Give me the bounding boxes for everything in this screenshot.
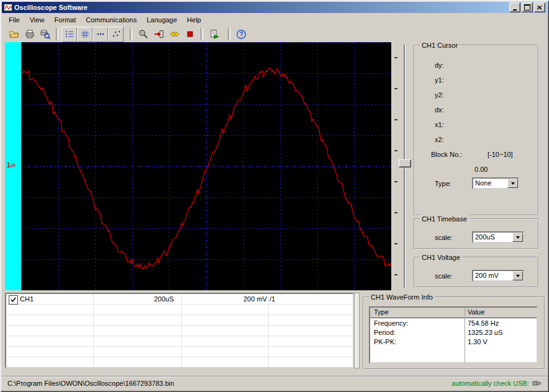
maximize-icon (524, 4, 530, 11)
slider-tick (394, 119, 397, 120)
print-icon (25, 29, 35, 39)
grid-view-icon (80, 29, 90, 39)
open-file-button[interactable] (6, 27, 22, 42)
channel-probe: /1 (270, 295, 275, 303)
channel-table-scrollbar[interactable] (354, 293, 360, 368)
title-bar[interactable]: Oscilloscope Software (2, 2, 547, 13)
close-button[interactable] (534, 2, 545, 12)
pkpk-value: 1.30 V (468, 338, 488, 345)
ch1-timebase-title: CH1 Timebase (420, 215, 469, 223)
vertical-position-slider[interactable] (399, 43, 410, 289)
header-value: Value (468, 308, 484, 316)
cursor-type-select[interactable]: None (472, 177, 519, 189)
toolbar: ? (2, 26, 547, 42)
channel-table: CH1 200uS 200 mV /1 (5, 293, 354, 368)
help-button[interactable]: ? (234, 27, 249, 42)
timebase-scale-select[interactable]: 200uS (472, 231, 524, 243)
window-controls (509, 2, 545, 12)
export-button[interactable] (206, 27, 222, 42)
menu-format[interactable]: Format (49, 15, 81, 25)
zoom-settings-button[interactable] (135, 27, 151, 42)
dropdown-button[interactable] (512, 233, 523, 242)
scatter-view-icon (111, 29, 121, 39)
scatter-view-button[interactable] (108, 27, 124, 42)
menu-view[interactable]: View (25, 15, 50, 25)
voltage-scale-label: scale: (435, 272, 453, 280)
timebase-scale-label: scale: (435, 234, 453, 241)
voltage-scale-select[interactable]: 200 mV (472, 270, 524, 282)
ch1-checkbox[interactable] (9, 295, 18, 305)
slider-tick (394, 181, 397, 182)
waveform-info-group: CH1 WaveForm Info Type Value Frequency: … (363, 296, 545, 370)
y1-label: y1: (435, 76, 444, 84)
list-view-button[interactable] (61, 27, 77, 42)
slider-tick (394, 212, 397, 213)
waveform-info-title: CH1 WaveForm Info (369, 293, 435, 301)
dx-label: dx: (435, 106, 444, 114)
channel-name: CH1 (20, 295, 34, 303)
ch1-position-marker[interactable]: 1-> (7, 161, 15, 169)
waveform-info-header: Type Value (370, 308, 537, 318)
slider-tick (394, 243, 397, 244)
toolbar-separator (130, 28, 132, 40)
menu-help[interactable]: Help (182, 15, 206, 25)
waveform-info-table: Type Value Frequency: 754.58 Hz Period: … (369, 306, 538, 363)
channel-voltage: 200 mV (243, 295, 267, 303)
toolbar-separator (228, 28, 230, 40)
block-no-range: [-10~10] (488, 151, 513, 158)
transfer-button[interactable] (166, 27, 182, 42)
period-value: 1325.23 uS (468, 329, 502, 336)
minimize-button[interactable] (509, 2, 520, 12)
zoom-settings-icon (138, 29, 148, 39)
dy-label: dy: (435, 61, 444, 69)
dropdown-button[interactable] (507, 179, 518, 188)
app-icon (4, 3, 12, 12)
period-type: Period: (374, 329, 396, 336)
print-preview-icon (40, 29, 50, 39)
ch1-voltage-group: CH1 Voltage scale: 200 mV (414, 257, 539, 288)
dots-view-icon (96, 29, 106, 39)
ch1-timebase-group: CH1 Timebase scale: 200uS (414, 218, 539, 249)
checkmark-icon (11, 297, 16, 303)
menu-language[interactable]: Lanugage (142, 15, 182, 25)
block-no-label: Block No.: (431, 151, 462, 158)
usb-plug-icon (532, 380, 542, 387)
grid-view-button[interactable] (77, 27, 93, 42)
maximize-button[interactable] (522, 2, 533, 12)
exit-door-icon (154, 29, 164, 39)
menu-bar: File View Format Communications Lanugage… (2, 14, 547, 25)
dropdown-button[interactable] (512, 271, 523, 280)
toolbar-separator (56, 28, 58, 40)
x2-label: x2: (435, 136, 444, 143)
channel-timebase: 200uS (154, 295, 174, 303)
exit-acquire-button[interactable] (151, 27, 166, 42)
window-title: Oscilloscope Software (14, 4, 509, 11)
close-icon (537, 6, 542, 10)
freq-value: 754.58 Hz (468, 319, 499, 327)
cursor-type-value: None (475, 179, 491, 187)
slider-thumb[interactable] (399, 159, 411, 167)
scope-area: 1-> (5, 42, 391, 290)
print-preview-button[interactable] (37, 27, 53, 42)
freq-type: Frequency: (374, 319, 408, 327)
slider-tick (394, 150, 397, 151)
print-button[interactable] (22, 27, 37, 42)
list-view-icon (65, 29, 75, 39)
ch1-cursor-group: CH1 Cursor dy: y1: y2: dx: x1: x2: Block… (414, 45, 539, 216)
header-type: Type (374, 308, 389, 316)
column-divider (93, 294, 94, 367)
export-page-icon (209, 29, 219, 39)
toolbar-separator (201, 28, 203, 40)
menu-file[interactable]: File (4, 15, 25, 25)
svg-text:?: ? (239, 31, 243, 38)
stop-button[interactable] (182, 27, 197, 42)
transfer-arrows-icon (170, 29, 179, 39)
usb-status-text: automatically check USB: (451, 380, 529, 387)
slider-tick (394, 57, 397, 58)
timebase-scale-value: 200uS (475, 233, 495, 241)
ch1-voltage-title: CH1 Voltage (420, 253, 462, 262)
menu-communications[interactable]: Communications (81, 15, 142, 25)
scope-display (21, 42, 391, 290)
chevron-down-icon (516, 275, 520, 279)
dots-view-button[interactable] (93, 27, 108, 42)
